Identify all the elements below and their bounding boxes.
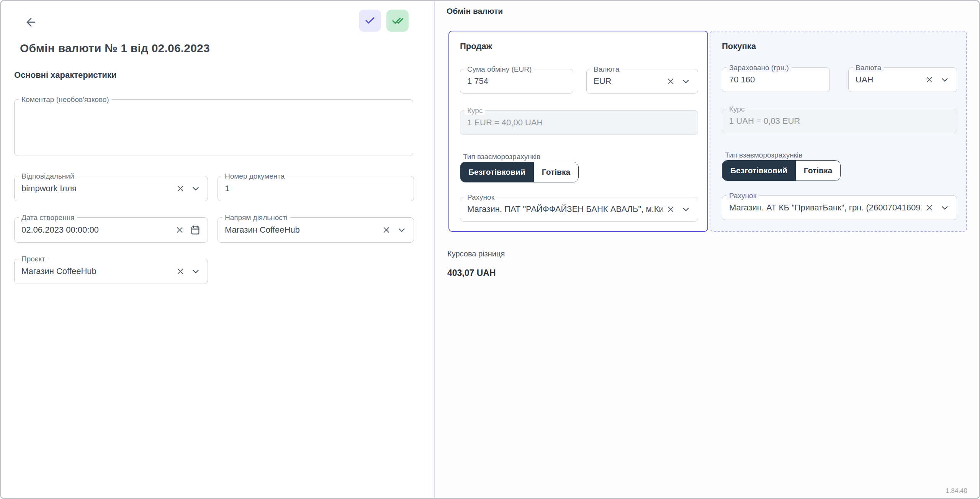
sell-currency-label: Валюта xyxy=(591,65,622,73)
created-date-field[interactable]: Дата створення 02.06.2023 00:00:00 xyxy=(14,217,208,243)
buy-card-title: Покупка xyxy=(722,41,756,51)
chevron-down-icon[interactable] xyxy=(191,184,201,194)
calendar-icon[interactable] xyxy=(190,225,201,235)
project-select[interactable]: Проєкт Магазин CoffeeHub xyxy=(14,259,208,284)
sell-amount-field[interactable]: Сума обміну (EUR) 1 754 xyxy=(460,69,573,94)
buy-account-value: Магазин. АТ КБ "ПриватБанк", грн. (26007… xyxy=(729,203,921,213)
sell-account-select[interactable]: Рахунок Магазин. ПАТ "РАЙФФАЙЗЕН БАНК АВ… xyxy=(460,197,698,222)
comment-label: Коментар (необов'язково) xyxy=(19,95,112,103)
confirm-button[interactable] xyxy=(386,10,409,32)
rate-difference-value: 403,07 UAH xyxy=(447,268,496,278)
created-date-label: Дата створення xyxy=(19,213,77,222)
chevron-down-icon[interactable] xyxy=(681,204,691,214)
clear-icon[interactable] xyxy=(175,226,184,234)
buy-account-select[interactable]: Рахунок Магазин. АТ КБ "ПриватБанк", грн… xyxy=(722,195,957,220)
buy-settlement-cash[interactable]: Готівка xyxy=(795,161,840,181)
sell-account-label: Рахунок xyxy=(465,193,497,201)
sell-settlement-cash[interactable]: Готівка xyxy=(533,162,578,182)
sell-card: Продаж Сума обміну (EUR) 1 754 Валюта EU… xyxy=(448,31,708,232)
buy-amount-field[interactable]: Зараховано (грн.) 70 160 xyxy=(722,67,830,92)
doc-number-value: 1 xyxy=(225,184,407,194)
doc-number-field[interactable]: Номер документа 1 xyxy=(218,176,414,201)
buy-settlement-noncash[interactable]: Безготівковий xyxy=(722,161,795,181)
clear-icon[interactable] xyxy=(925,204,934,212)
comment-field[interactable]: Коментар (необов'язково) xyxy=(14,99,413,156)
exchange-panel-title: Обмін валюти xyxy=(447,7,503,16)
buy-rate-label: Курс xyxy=(726,105,747,113)
buy-settlement-label: Тип взаєморозрахунків xyxy=(725,151,802,159)
document-form-panel: Обмін валюти № 1 від 02.06.2023 Основні … xyxy=(1,1,435,498)
buy-rate-field: Курс 1 UAH = 0,03 EUR xyxy=(722,109,957,133)
clear-icon[interactable] xyxy=(666,205,675,213)
buy-currency-value: UAH xyxy=(856,75,921,85)
buy-amount-label: Зараховано (грн.) xyxy=(726,64,792,72)
chevron-down-icon[interactable] xyxy=(681,76,691,86)
clear-icon[interactable] xyxy=(176,267,185,276)
exchange-panel: Обмін валюти Продаж Сума обміну (EUR) 1 … xyxy=(435,1,980,498)
sell-rate-field: Курс 1 EUR = 40,00 UAH xyxy=(460,110,698,135)
page-title: Обмін валюти № 1 від 02.06.2023 xyxy=(20,42,210,55)
sell-settlement-toggle: Безготівковий Готівка xyxy=(460,162,579,182)
clear-icon[interactable] xyxy=(666,77,675,85)
sell-currency-select[interactable]: Валюта EUR xyxy=(586,69,698,94)
buy-account-label: Рахунок xyxy=(726,192,759,200)
buy-settlement-toggle: Безготівковий Готівка xyxy=(722,160,841,181)
project-label: Проєкт xyxy=(19,255,48,263)
app-version: 1.84.40 xyxy=(946,487,967,495)
buy-currency-label: Валюта xyxy=(853,64,884,72)
sell-account-value: Магазин. ПАТ "РАЙФФАЙЗЕН БАНК АВАЛЬ", м.… xyxy=(467,204,663,214)
buy-currency-select[interactable]: Валюта UAH xyxy=(848,67,957,92)
buy-amount-value: 70 160 xyxy=(729,75,823,85)
sell-currency-value: EUR xyxy=(594,76,663,86)
sell-settlement-label: Тип взаєморозрахунків xyxy=(463,153,540,161)
created-date-value: 02.06.2023 00:00:00 xyxy=(21,225,172,235)
rate-difference-label: Курсова різниця xyxy=(447,250,505,258)
section-header: Основні характеристики xyxy=(14,70,116,80)
arrow-left-icon xyxy=(25,16,38,30)
activity-label: Напрям діяльності xyxy=(222,213,290,222)
sell-amount-value: 1 754 xyxy=(467,76,566,86)
check-icon xyxy=(364,15,376,27)
sell-card-title: Продаж xyxy=(460,41,492,51)
clear-icon[interactable] xyxy=(925,76,934,84)
sell-rate-label: Курс xyxy=(465,107,485,115)
activity-value: Магазин CoffeeHub xyxy=(225,225,378,235)
responsible-label: Відповідальний xyxy=(19,172,77,180)
app-window: Обмін валюти № 1 від 02.06.2023 Основні … xyxy=(0,0,980,499)
project-value: Магазин CoffeeHub xyxy=(21,266,172,276)
chevron-down-icon[interactable] xyxy=(940,75,950,85)
back-button[interactable] xyxy=(23,14,39,31)
sell-amount-label: Сума обміну (EUR) xyxy=(465,65,534,73)
sell-settlement-noncash[interactable]: Безготівковий xyxy=(460,162,533,182)
clear-icon[interactable] xyxy=(176,184,185,193)
activity-select[interactable]: Напрям діяльності Магазин CoffeeHub xyxy=(218,217,414,243)
buy-rate-value: 1 UAH = 0,03 EUR xyxy=(729,116,950,126)
responsible-select[interactable]: Відповідальний bimpwork Ілля xyxy=(14,176,208,201)
double-check-icon xyxy=(391,14,404,28)
buy-card: Покупка Зараховано (грн.) 70 160 Валюта … xyxy=(710,31,967,232)
responsible-value: bimpwork Ілля xyxy=(21,184,172,194)
doc-number-label: Номер документа xyxy=(222,172,287,180)
clear-icon[interactable] xyxy=(382,226,391,234)
sell-rate-value: 1 EUR = 40,00 UAH xyxy=(467,118,691,128)
chevron-down-icon[interactable] xyxy=(397,225,407,235)
save-button[interactable] xyxy=(359,10,381,32)
chevron-down-icon[interactable] xyxy=(191,266,201,276)
chevron-down-icon[interactable] xyxy=(940,203,950,213)
